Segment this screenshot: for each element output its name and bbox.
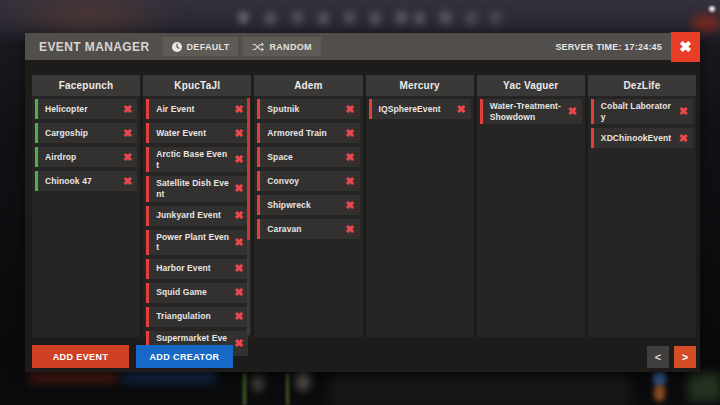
creator-column: KpucTaJl Air Event✖Water Event✖Arctic Ba… [143,75,251,337]
event-item: Harbor Event✖ [146,259,248,279]
event-item: Sputnik✖ [257,99,359,119]
bg-blob [709,6,715,12]
delete-event-icon[interactable]: ✖ [345,176,354,187]
delete-event-icon[interactable]: ✖ [345,200,354,211]
event-item: Arctic Base Event✖ [146,147,248,172]
event-item: Junkyard Event✖ [146,206,248,226]
event-item: Power Plant Event✖ [146,230,248,255]
creator-column: DezLife Cobalt Laboratory✖XDChinookEvent… [588,75,696,337]
delete-event-icon[interactable]: ✖ [234,128,243,139]
column-scrollbar[interactable] [247,98,250,335]
delete-event-icon[interactable]: ✖ [234,237,243,248]
event-item: Airdrop✖ [35,147,137,167]
creator-column: Adem Sputnik✖Armored Train✖Space✖Convoy✖… [254,75,362,337]
event-item-label: Cobalt Laboratory [601,99,675,124]
bg-blob [692,15,720,31]
bg-blob [243,373,246,405]
event-item-label: Water Event [156,126,230,141]
creator-column: Mercury IQSphereEvent✖ [366,75,474,337]
columns: Facepunch Helicopter✖Cargoship✖Airdrop✖C… [32,75,696,337]
delete-event-icon[interactable]: ✖ [123,152,132,163]
default-button[interactable]: DEFAULT [163,37,239,56]
event-item: Helicopter✖ [35,99,137,119]
footer: ADD EVENT ADD CREATOR < > [25,345,700,368]
event-item-label: Caravan [267,222,341,237]
event-item: Cargoship✖ [35,123,137,143]
event-item: Convoy✖ [257,171,359,191]
column-header: Facepunch [32,75,140,96]
delete-event-icon[interactable]: ✖ [234,104,243,115]
bg-blob [286,373,289,405]
event-item: Water Event✖ [146,123,248,143]
close-button[interactable]: ✖ [671,32,700,62]
close-icon: ✖ [679,39,692,54]
event-item-label: Triangulation [156,309,230,324]
add-creator-button[interactable]: ADD CREATOR [136,345,233,368]
column-body: Sputnik✖Armored Train✖Space✖Convoy✖Shipw… [254,96,362,337]
event-item-label: Armored Train [267,126,341,141]
event-item: Armored Train✖ [257,123,359,143]
event-item: Caravan✖ [257,219,359,239]
bg-blob [654,385,665,401]
event-item-label: Power Plant Event [156,230,230,255]
column-header: Yac Vaguer [477,75,585,96]
column-header: Adem [254,75,362,96]
default-button-label: DEFAULT [187,42,230,52]
server-time: SERVER TIME: 17:24:45 [555,42,671,52]
clock-icon [172,42,182,52]
event-item: Shipwreck✖ [257,195,359,215]
column-body: Water-Treatment-Showdown✖ [477,96,585,337]
add-event-button[interactable]: ADD EVENT [32,345,129,368]
chevron-left-icon: < [655,352,661,363]
delete-event-icon[interactable]: ✖ [123,128,132,139]
delete-event-icon[interactable]: ✖ [234,263,243,274]
event-item-label: Sputnik [267,102,341,117]
column-body: Helicopter✖Cargoship✖Airdrop✖Chinook 47✖ [32,96,140,337]
column-body: Cobalt Laboratory✖XDChinookEvent✖ [588,96,696,337]
event-item: IQSphereEvent✖ [369,99,471,119]
delete-event-icon[interactable]: ✖ [234,154,243,165]
delete-event-icon[interactable]: ✖ [234,311,243,322]
panel-title: EVENT MANAGER [25,40,150,54]
event-item-label: Helicopter [45,102,119,117]
event-item-label: Cargoship [45,126,119,141]
delete-event-icon[interactable]: ✖ [345,152,354,163]
prev-page-button[interactable]: < [647,346,669,368]
creator-column: Facepunch Helicopter✖Cargoship✖Airdrop✖C… [32,75,140,337]
event-item-label: Satellite Dish Event [156,176,230,201]
delete-event-icon[interactable]: ✖ [234,210,243,221]
delete-event-icon[interactable]: ✖ [679,106,688,117]
event-item: Cobalt Laboratory✖ [591,99,693,124]
column-header: DezLife [588,75,696,96]
creator-column: Yac Vaguer Water-Treatment-Showdown✖ [477,75,585,337]
event-item-label: Arctic Base Event [156,147,230,172]
shuffle-icon [252,42,264,52]
delete-event-icon[interactable]: ✖ [679,133,688,144]
delete-event-icon[interactable]: ✖ [456,104,465,115]
scrollbar-thumb[interactable] [247,98,250,240]
chevron-right-icon: > [682,352,688,363]
bg-blob [330,372,630,405]
event-item-label: Airdrop [45,150,119,165]
delete-event-icon[interactable]: ✖ [345,128,354,139]
delete-event-icon[interactable]: ✖ [123,176,132,187]
panel-header: EVENT MANAGER DEFAULT RANDOM SERVER TIME… [25,33,700,60]
event-item: Space✖ [257,147,359,167]
delete-event-icon[interactable]: ✖ [123,104,132,115]
column-header: KpucTaJl [143,75,251,96]
column-body: IQSphereEvent✖ [366,96,474,337]
event-item: Satellite Dish Event✖ [146,176,248,201]
bg-blob [653,371,666,386]
column-header: Mercury [366,75,474,96]
bg-blob [238,11,249,24]
event-item-label: Convoy [267,174,341,189]
delete-event-icon[interactable]: ✖ [345,224,354,235]
delete-event-icon[interactable]: ✖ [234,183,243,194]
event-item: Triangulation✖ [146,307,248,327]
delete-event-icon[interactable]: ✖ [568,106,577,117]
random-button[interactable]: RANDOM [243,37,320,56]
next-page-button[interactable]: > [674,346,696,368]
delete-event-icon[interactable]: ✖ [234,287,243,298]
delete-event-icon[interactable]: ✖ [345,104,354,115]
event-item-label: IQSphereEvent [379,102,453,117]
